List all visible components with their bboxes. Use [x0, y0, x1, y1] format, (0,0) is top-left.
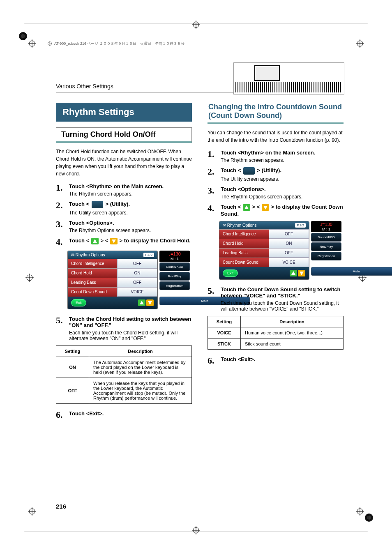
step-number: 3.: [56, 220, 65, 233]
step-number: 4.: [56, 237, 65, 246]
option-label: Leading Bass: [219, 248, 269, 258]
step: 1.Touch <Rhythm> on the Main screen.The …: [208, 150, 344, 163]
page-indicator: P.1/2: [143, 253, 154, 257]
setting-key: VOICE: [208, 327, 241, 338]
arrow-up-icon: [243, 204, 250, 211]
utility-icon: [92, 201, 103, 208]
registration-mark-icon: [356, 39, 364, 48]
step-6: 6. Touch <Exit>.: [56, 410, 192, 419]
side-button[interactable]: Registration: [311, 252, 341, 260]
sync-icon: ↻: [48, 41, 52, 46]
svg-marker-35: [300, 272, 304, 275]
arrow-down-icon[interactable]: [146, 299, 154, 306]
option-row[interactable]: Chord HoldON: [68, 268, 157, 278]
settings-table: Setting Description VOICE Human voice co…: [208, 316, 344, 350]
option-value: OFF: [117, 259, 157, 268]
intro-paragraph: You can change the sound that is used fo…: [208, 129, 344, 144]
table-header: Setting: [56, 346, 89, 357]
arrow-down-icon[interactable]: [298, 270, 305, 276]
svg-marker-31: [148, 301, 152, 305]
step-instruction: Touch <Exit>.: [221, 356, 255, 362]
step: 2.Touch < > (Utility).The Utility screen…: [56, 201, 192, 216]
exit-button[interactable]: Exit: [71, 299, 86, 306]
table-row: STICK Stick sound count: [208, 338, 344, 349]
option-row[interactable]: Chord HoldON: [219, 239, 309, 248]
page-indicator: P.1/2: [295, 223, 306, 228]
option-row[interactable]: Count Down SoundVOICE: [219, 258, 309, 267]
arrow-up-icon[interactable]: [138, 299, 145, 306]
arrow-down-icon: [262, 204, 269, 211]
side-button[interactable]: Rec/Play: [159, 272, 190, 281]
step: 3.Touch <Options>.The Rhythm Options scr…: [56, 220, 192, 233]
setting-desc: Stick sound count: [241, 338, 344, 349]
right-column: Changing the Intro Countdown Sound (Coun…: [208, 103, 344, 424]
step-instruction: Touch <Exit>.: [69, 410, 104, 417]
step: 2.Touch < > (Utility).The Utility screen…: [208, 167, 344, 182]
main-button[interactable]: Main: [311, 267, 392, 276]
step-number: 1.: [56, 183, 65, 197]
arrow-up-icon: [91, 238, 99, 244]
step-instruction: Touch < > < > to display the Chord Hold.: [69, 237, 190, 244]
option-row[interactable]: Count Down SoundVOICE: [68, 287, 157, 297]
option-row[interactable]: Leading BassOFF: [68, 278, 157, 287]
step-description: The Rhythm screen appears.: [221, 157, 315, 163]
option-label: Chord Hold: [68, 268, 117, 278]
setting-desc: Human voice count (One, two, three...): [241, 327, 344, 338]
left-column: Rhythm Settings Turning Chord Hold On/Of…: [56, 103, 192, 424]
table-header: Setting: [208, 316, 241, 327]
screenshot-title-bar: ✉ Rhythm OptionsP.1/2: [219, 221, 309, 229]
step-instruction: Touch the Chord Hold setting to switch b…: [69, 316, 192, 328]
side-button[interactable]: Registration: [159, 281, 190, 290]
option-label: Chord Intelligence: [219, 229, 269, 239]
step: 1.Touch <Rhythm> on the Main screen.The …: [56, 183, 192, 197]
option-row[interactable]: Chord IntelligenceOFF: [219, 229, 309, 239]
option-label: Count Down Sound: [68, 287, 117, 297]
content-columns: Rhythm Settings Turning Chord Hold On/Of…: [56, 103, 344, 424]
table-header: Description: [241, 316, 344, 327]
step-number: 5.: [208, 286, 217, 312]
arrow-up-icon[interactable]: [290, 270, 297, 276]
exit-button[interactable]: Exit: [223, 269, 238, 277]
svg-marker-29: [112, 240, 116, 243]
step-instruction: Touch <Rhythm> on the Main screen.: [221, 150, 315, 156]
subheading-countdown: Changing the Intro Countdown Sound (Coun…: [208, 103, 344, 124]
step-instruction: Touch the Count Down Sound setting to sw…: [221, 286, 344, 299]
option-label: Leading Bass: [68, 278, 117, 287]
option-label: Count Down Sound: [219, 258, 269, 267]
option-row[interactable]: Chord IntelligenceOFF: [68, 259, 157, 268]
option-value: VOICE: [117, 287, 157, 297]
registration-mark-icon: [192, 21, 200, 29]
registration-mark-icon: [28, 507, 36, 516]
step-number: 3.: [208, 186, 217, 200]
rhythm-options-screenshot: ✉ Rhythm OptionsP.1/2Chord IntelligenceO…: [67, 251, 191, 309]
step-number: 1.: [208, 150, 217, 163]
option-row[interactable]: Leading BassOFF: [219, 248, 309, 258]
step-number: 2.: [56, 201, 65, 216]
screenshot-title-bar: ✉ Rhythm OptionsP.1/2: [68, 251, 157, 259]
step-number: 4.: [208, 204, 217, 217]
step-number: 6.: [208, 356, 217, 365]
option-value: ON: [269, 239, 309, 248]
setting-key: OFF: [56, 378, 89, 404]
intro-paragraph: The Chord Hold function can be switched …: [56, 148, 192, 177]
step: 3.Touch <Options>.The Rhythm Options scr…: [208, 186, 344, 200]
tempo-display: ♩=130M : 1: [311, 221, 341, 232]
svg-marker-32: [244, 205, 249, 209]
subheading-chord-hold: Turning Chord Hold On/Off: [56, 127, 192, 143]
step-description: The Utility screen appears.: [69, 210, 130, 216]
step-number: 5.: [56, 316, 65, 341]
step-description: The Utility screen appears.: [221, 176, 281, 182]
table-row: VOICE Human voice count (One, two, three…: [208, 327, 344, 338]
step-instruction: Touch <Rhythm> on the Main screen.: [69, 183, 164, 189]
setting-key: STICK: [208, 338, 241, 349]
option-value: OFF: [269, 248, 309, 258]
step-instruction: Touch < > (Utility).: [221, 167, 281, 175]
side-button[interactable]: Rec/Play: [311, 242, 341, 251]
side-button[interactable]: Sound/KBD: [159, 263, 190, 271]
product-illustration: [233, 62, 344, 94]
step-instruction: Touch < > < > to display the Count Down …: [221, 204, 344, 217]
step-instruction: Touch <Options>.: [221, 186, 302, 192]
section-title: Various Other Settings: [56, 83, 113, 90]
side-button[interactable]: Sound/KBD: [311, 233, 341, 242]
svg-marker-28: [93, 239, 97, 243]
